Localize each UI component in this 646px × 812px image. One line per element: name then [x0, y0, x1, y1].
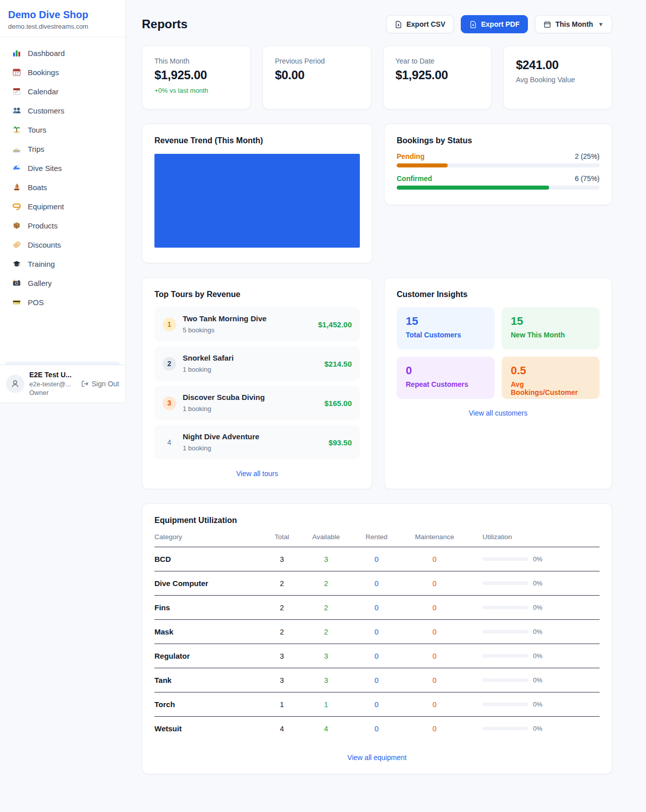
- tile-value: 0: [406, 364, 486, 377]
- tile-label: Repeat Customers: [406, 380, 486, 388]
- table-row: Dive Computer 2 2 0 0 0%: [154, 571, 600, 596]
- stat-card-previous-period: Previous Period $0.00: [262, 45, 371, 109]
- column-header: Maintenance: [402, 533, 467, 541]
- stat-value: $0.00: [275, 68, 359, 82]
- table-row: Mask 2 2 0 0 0%: [154, 620, 600, 644]
- tour-revenue: $214.50: [325, 360, 352, 368]
- file-icon: [469, 21, 477, 28]
- tour-row: 2 Snorkel Safari1 booking $214.50: [154, 346, 360, 381]
- column-header: Category: [154, 533, 263, 541]
- sidebar-item-trips[interactable]: Trips: [5, 139, 120, 158]
- stat-value: $241.00: [516, 58, 600, 72]
- export-csv-button[interactable]: Export CSV: [386, 15, 454, 33]
- sidebar-item-label: Tours: [28, 126, 46, 134]
- view-all-customers-link[interactable]: View all customers: [397, 409, 600, 417]
- rank-badge: 3: [163, 396, 176, 410]
- rank-badge: 2: [163, 357, 176, 371]
- sailboat-icon: [12, 183, 21, 192]
- sidebar-item-bookings[interactable]: 17 Bookings: [5, 63, 120, 82]
- calendar-icon: [544, 21, 551, 28]
- sidebar-item-dive-sites[interactable]: Dive Sites: [5, 158, 120, 178]
- sign-out-button[interactable]: Sign Out: [81, 380, 119, 388]
- sidebar-item-tours[interactable]: Tours: [5, 120, 120, 139]
- table-row: Regulator 3 3 0 0 0%: [154, 644, 600, 668]
- shop-domain: demo.test.divestreams.com: [8, 23, 117, 30]
- equipment-utilization-card: Equipment Utilization Category Total Ava…: [142, 503, 612, 774]
- stat-label: Avg Booking Value: [516, 76, 600, 84]
- user-name: E2E Test U...: [29, 370, 72, 380]
- sidebar-item-label: Training: [28, 260, 55, 268]
- sidebar-item-dashboard[interactable]: Dashboard: [5, 43, 120, 63]
- tile-label: Total Customers: [406, 331, 486, 339]
- sidebar-item-calendar[interactable]: Calendar: [5, 82, 120, 101]
- tile-label: New This Month: [511, 331, 590, 339]
- revenue-trend-chart: [154, 154, 360, 248]
- file-icon: [395, 21, 402, 28]
- rank-badge: 4: [163, 436, 176, 449]
- revenue-trend-card: Revenue Trend (This Month): [142, 124, 372, 263]
- insight-tiles: 15 Total Customers 15 New This Month 0 R…: [397, 307, 600, 399]
- sidebar-item-pos[interactable]: POS: [5, 293, 120, 312]
- tour-row: 3 Discover Scuba Diving1 booking $165.00: [154, 386, 360, 420]
- status-label: Confirmed: [397, 175, 432, 183]
- main-content: Reports Export CSV Export PDF This Month…: [142, 15, 612, 774]
- sidebar-item-label: Bookings: [28, 68, 59, 77]
- tile-avg-bookings-customer: 0.5 Avg Bookings/Customer: [502, 357, 600, 399]
- tour-revenue: $93.50: [329, 438, 352, 447]
- chevron-down-icon: ▼: [598, 21, 604, 27]
- user-info: E2E Test U... e2e-tester@... Owner: [29, 370, 72, 397]
- sidebar-item-discounts[interactable]: Discounts: [5, 235, 120, 254]
- customer-insights-card: Customer Insights 15 Total Customers 15 …: [384, 277, 612, 489]
- sidebar-item-label: Trips: [28, 145, 44, 153]
- page-header: Reports Export CSV Export PDF This Month…: [142, 15, 612, 33]
- sidebar-item-products[interactable]: Products: [5, 216, 120, 235]
- export-pdf-button[interactable]: Export PDF: [461, 15, 528, 33]
- tile-value: 15: [406, 315, 486, 328]
- sidebar-item-customers[interactable]: Customers: [5, 101, 120, 120]
- sidebar-item-label: Gallery: [28, 279, 52, 287]
- calendar-date-icon: 17: [12, 68, 21, 77]
- status-label: Pending: [397, 152, 424, 160]
- stat-label: This Month: [154, 57, 238, 65]
- table-row: Fins 2 2 0 0 0%: [154, 596, 600, 620]
- pending-progress-bar: [397, 163, 600, 167]
- view-all-equipment-link[interactable]: View all equipment: [154, 753, 600, 762]
- calendar-pad-icon: [12, 87, 21, 96]
- sidebar-item-gallery[interactable]: Gallery: [5, 273, 120, 293]
- period-label: This Month: [555, 20, 593, 28]
- status-count: 2 (25%): [575, 152, 600, 160]
- view-all-tours-link[interactable]: View all tours: [154, 470, 360, 478]
- utilization-bar: [482, 630, 528, 633]
- stat-card-avg-booking-value: $241.00 Avg Booking Value: [503, 45, 612, 109]
- utilization-bar: [482, 654, 528, 658]
- column-header: Rented: [351, 533, 402, 541]
- stat-value: $1,925.00: [396, 68, 479, 82]
- insights-row: Top Tours by Revenue 1 Two Tank Morning …: [142, 277, 612, 489]
- card-title: Top Tours by Revenue: [154, 290, 360, 299]
- tour-row: 4 Night Dive Adventure1 booking $93.50: [154, 425, 360, 459]
- shop-name: Demo Dive Shop: [8, 9, 117, 21]
- tour-bookings: 5 bookings: [183, 326, 214, 334]
- page-title: Reports: [142, 17, 188, 31]
- sidebar-item-label: Products: [28, 221, 58, 230]
- column-header: Available: [301, 533, 351, 541]
- export-csv-label: Export CSV: [406, 20, 445, 28]
- period-selector[interactable]: This Month ▼: [535, 15, 612, 33]
- speedboat-icon: [12, 144, 21, 153]
- sidebar-item-training[interactable]: Training: [5, 254, 120, 273]
- sidebar-item-boats[interactable]: Boats: [5, 178, 120, 197]
- column-header: Utilization: [467, 533, 600, 541]
- card-title: Equipment Utilization: [154, 516, 600, 525]
- utilization-bar: [482, 678, 528, 682]
- top-tours-card: Top Tours by Revenue 1 Two Tank Morning …: [142, 277, 372, 489]
- wave-icon: [12, 163, 21, 172]
- stat-card-this-month: This Month $1,925.00 +0% vs last month: [142, 45, 251, 109]
- column-header: Total: [263, 533, 301, 541]
- tile-new-this-month: 15 New This Month: [502, 307, 600, 350]
- sidebar: Demo Dive Shop demo.test.divestreams.com…: [0, 0, 126, 403]
- tile-repeat-customers: 0 Repeat Customers: [397, 357, 495, 399]
- stat-label: Year to Date: [396, 57, 479, 65]
- sidebar-item-equipment[interactable]: Equipment: [5, 197, 120, 216]
- utilization-bar: [482, 727, 528, 730]
- sign-out-icon: [81, 380, 89, 388]
